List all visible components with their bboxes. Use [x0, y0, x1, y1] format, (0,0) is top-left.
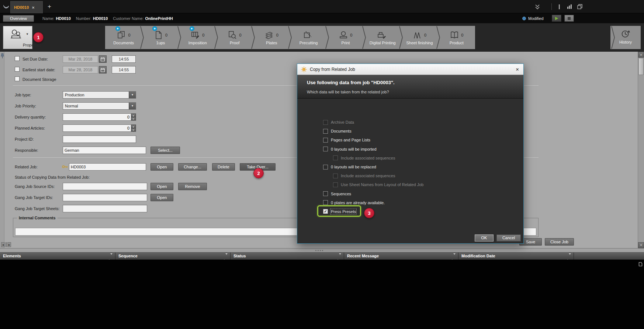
cancel-button[interactable]: Cancel	[496, 234, 521, 241]
layered-windows-icon[interactable]	[577, 4, 583, 10]
workflow-step-precutting[interactable]: Precutting	[290, 26, 327, 49]
option-sequences[interactable]: Sequences	[323, 189, 500, 198]
panel-splitter[interactable]	[0, 248, 644, 253]
document-storage-checkbox[interactable]	[15, 76, 20, 81]
spin-down-icon[interactable]: ▼	[131, 128, 136, 131]
scroll-up-icon[interactable]: ▲	[638, 52, 644, 58]
customer-label: Customer Name:	[113, 16, 143, 21]
earliest-date-calendar-button[interactable]	[99, 66, 107, 73]
project-id-input[interactable]	[63, 136, 136, 143]
scroll-right-icon[interactable]: ▶	[7, 242, 11, 247]
set-due-date-checkbox[interactable]	[15, 56, 20, 61]
column-header-status[interactable]: Status	[231, 253, 344, 260]
dropdown-icon[interactable]: ▼	[129, 103, 136, 109]
workflow-step-digital-printing[interactable]: Digital Printing	[364, 26, 401, 49]
option-layouts-replaced[interactable]: 0 layouts will be replaced	[323, 162, 500, 171]
properties-button[interactable]: ▼ Properties	[3, 26, 32, 49]
gang-sheets-input[interactable]	[63, 205, 147, 212]
scroll-left-icon[interactable]: ◀	[1, 242, 5, 247]
related-job-input[interactable]	[69, 163, 146, 171]
column-header-elements[interactable]: Elements	[0, 253, 115, 260]
close-job-button[interactable]: Close Job	[545, 238, 574, 246]
column-header-recent-message[interactable]: Recent Message	[344, 253, 458, 260]
related-job-delete-button[interactable]: Delete	[212, 163, 235, 171]
double-chevron-down-icon[interactable]	[535, 4, 540, 10]
gang-target-open-button[interactable]: Open	[150, 194, 173, 201]
tab-close-icon[interactable]: ×	[32, 5, 35, 10]
press-properties-icon	[9, 28, 22, 40]
earliest-time-input[interactable]	[112, 66, 136, 73]
properties-dropdown-icon[interactable]: ▼	[26, 32, 29, 36]
new-tab-button[interactable]: +	[46, 3, 53, 10]
gang-source-input[interactable]	[63, 183, 147, 190]
dialog-close-icon[interactable]: ×	[516, 66, 519, 72]
related-job-change-button[interactable]: Change...	[178, 163, 207, 171]
vertical-scrollbar[interactable]: ▲ ▼	[638, 52, 644, 248]
table-page-icon[interactable]	[638, 262, 643, 267]
vertical-bar-icon[interactable]	[557, 4, 562, 10]
workflow-step-sheet-finishing[interactable]: 0 Sheet finishing	[401, 26, 438, 49]
tab-hd0010[interactable]: HD0010 ×	[10, 1, 43, 13]
job-priority-label: Job Priority:	[15, 104, 36, 108]
checkbox[interactable]	[323, 165, 328, 169]
collapsed-side-panel[interactable]	[0, 52, 4, 248]
spin-down-icon[interactable]: ▼	[131, 117, 136, 120]
dialog-question: Which data will be taken from the relate…	[307, 90, 389, 94]
job-priority-select[interactable]: Normal ▼	[63, 102, 136, 110]
spin-up-icon[interactable]: ▲	[131, 114, 136, 117]
workflow-step-print[interactable]: 0 Print	[327, 26, 364, 49]
checkbox[interactable]	[323, 191, 328, 196]
due-date-input[interactable]	[63, 55, 98, 63]
workflow-step-imposition[interactable]: ▶ 0 Imposition	[179, 26, 216, 49]
workflow-step-plates[interactable]: 0 Plates	[253, 26, 290, 49]
due-time-input[interactable]	[112, 55, 136, 63]
job-type-select[interactable]: Production ▼	[63, 91, 136, 99]
responsible-select-button[interactable]: Select...	[150, 147, 180, 154]
earliest-start-checkbox[interactable]	[15, 67, 20, 72]
bar-chart-icon[interactable]	[567, 4, 572, 9]
step-label: Print	[327, 41, 364, 45]
delivery-quantity-input[interactable]	[63, 114, 131, 120]
planned-articles-stepper[interactable]: ▲ ▼	[63, 124, 136, 132]
option-documents[interactable]: Documents	[323, 127, 500, 136]
column-label: Sequence	[118, 254, 138, 258]
elements-table-body[interactable]	[0, 260, 644, 329]
overview-button[interactable]: Overview	[3, 15, 34, 22]
option-pages-and-page-lists[interactable]: Pages and Page Lists	[323, 136, 500, 144]
job-type-value: Production	[65, 93, 84, 97]
checkbox[interactable]	[323, 200, 328, 205]
workflow-step-documents[interactable]: ▶ 0 Documents	[105, 26, 142, 49]
dropdown-icon[interactable]: ▼	[129, 92, 136, 98]
option-layouts-imported[interactable]: 0 layouts will be imported	[323, 145, 500, 154]
related-job-open-button[interactable]: Open	[150, 163, 173, 171]
responsible-label: Responsible:	[15, 148, 38, 152]
ok-button[interactable]: OK	[475, 234, 494, 241]
gang-source-remove-button[interactable]: Remove	[178, 183, 207, 190]
stop-job-button[interactable]	[564, 15, 574, 22]
due-date-calendar-button[interactable]	[99, 55, 107, 63]
delivery-quantity-stepper[interactable]: ▲ ▼	[63, 113, 136, 121]
scroll-down-icon[interactable]: ▼	[638, 242, 644, 248]
spin-up-icon[interactable]: ▲	[131, 125, 136, 128]
checkbox[interactable]	[323, 147, 328, 151]
column-header-modification-date[interactable]: Modification Date	[458, 253, 574, 260]
gang-target-input[interactable]	[63, 194, 147, 201]
option-label: Documents	[331, 129, 352, 133]
workflow-step-1ups[interactable]: ▶ 0 1ups	[142, 26, 179, 49]
checkbox[interactable]	[323, 138, 328, 143]
start-job-button[interactable]	[552, 15, 561, 22]
history-button[interactable]: History	[610, 26, 641, 49]
splitter-grip[interactable]	[315, 250, 323, 251]
checkbox[interactable]	[323, 129, 328, 134]
workflow-step-proof[interactable]: 0 Proof	[216, 26, 253, 49]
set-due-date-label: Set Due Date:	[22, 57, 48, 61]
pin-icon[interactable]	[0, 53, 4, 59]
scrollbar-thumb[interactable]	[638, 58, 644, 75]
responsible-input[interactable]	[63, 147, 146, 154]
planned-articles-input[interactable]	[63, 125, 131, 131]
column-header-sequence[interactable]: Sequence	[115, 253, 231, 260]
gang-source-open-button[interactable]: Open	[150, 183, 173, 190]
workflow-step-product[interactable]: 0 Product	[438, 26, 475, 49]
earliest-date-input[interactable]	[63, 66, 98, 73]
dialog-title-bar[interactable]: Copy from Related Job ×	[297, 64, 523, 75]
